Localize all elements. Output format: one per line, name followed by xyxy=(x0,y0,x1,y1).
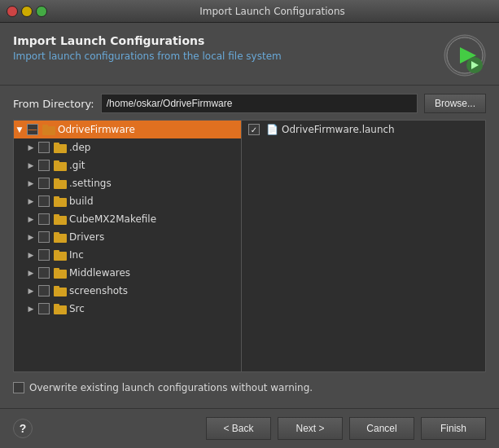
tree-label-odrivefirmware: OdriveFirmware xyxy=(58,124,135,135)
arrow-icon: ▶ xyxy=(25,251,37,259)
svg-rect-25 xyxy=(54,305,67,314)
next-button[interactable]: Next > xyxy=(278,417,343,440)
arrow-icon: ▼ xyxy=(14,125,25,134)
tree-checkbox-middlewares[interactable] xyxy=(38,267,50,279)
folder-icon-middlewares xyxy=(54,267,67,279)
svg-rect-19 xyxy=(54,252,67,261)
tree-item-middlewares[interactable]: ▶ Middlewares xyxy=(14,264,241,282)
tree-checkbox-git[interactable] xyxy=(38,160,50,171)
arrow-icon: ▶ xyxy=(25,179,37,187)
svg-rect-16 xyxy=(54,214,59,217)
folder-icon-git xyxy=(54,160,67,171)
from-dir-label: From Directory: xyxy=(13,98,94,110)
tree-item-inc[interactable]: ▶ Inc xyxy=(14,246,241,264)
overwrite-label: Overwrite existing launch configurations… xyxy=(29,382,313,393)
right-panel[interactable]: ✓ 📄 OdriveFirmware.launch xyxy=(242,121,485,371)
svg-rect-23 xyxy=(54,288,67,296)
svg-rect-21 xyxy=(54,270,67,279)
tree-item-drivers[interactable]: ▶ Drivers xyxy=(14,228,241,246)
svg-rect-20 xyxy=(54,250,59,253)
svg-rect-13 xyxy=(54,198,67,207)
panels-row: ▼ — OdriveFirmware ▶ xyxy=(13,120,486,372)
svg-rect-9 xyxy=(54,162,67,171)
svg-rect-7 xyxy=(54,144,67,153)
right-checkbox-launch[interactable]: ✓ xyxy=(248,124,260,135)
folder-icon-odrivefirmware xyxy=(42,124,55,135)
folder-icon-dep xyxy=(54,142,67,153)
browse-button[interactable]: Browse... xyxy=(424,94,486,113)
header-text-block: Import Launch Configurations Import laun… xyxy=(13,34,444,62)
tree-checkbox-drivers[interactable] xyxy=(38,231,50,243)
window-body: Import Launch Configurations Import laun… xyxy=(0,23,499,448)
folder-icon-drivers xyxy=(54,231,67,243)
svg-rect-26 xyxy=(54,304,59,306)
header-icon xyxy=(444,34,486,77)
tree-checkbox-screenshots[interactable] xyxy=(38,285,50,296)
svg-rect-11 xyxy=(54,180,67,189)
tree-checkbox-odrivefirmware[interactable]: — xyxy=(27,124,38,135)
tree-label-build: build xyxy=(69,195,94,207)
minimize-button[interactable] xyxy=(21,6,33,17)
maximize-button[interactable] xyxy=(36,6,47,17)
overwrite-row: Overwrite existing launch configurations… xyxy=(13,379,486,393)
cancel-button[interactable]: Cancel xyxy=(349,417,414,440)
folder-icon-cubemx xyxy=(54,213,67,225)
tree-label-inc: Inc xyxy=(69,249,84,261)
tree-item-odrivefirmware[interactable]: ▼ — OdriveFirmware xyxy=(14,121,241,138)
tree-label-git: .git xyxy=(69,160,85,171)
arrow-icon: ▶ xyxy=(25,269,37,277)
from-dir-input[interactable] xyxy=(101,94,418,113)
tree-checkbox-dep[interactable] xyxy=(38,142,50,153)
window-controls xyxy=(7,6,47,17)
tree-checkbox-cubemx[interactable] xyxy=(38,213,50,225)
header-area: Import Launch Configurations Import laun… xyxy=(0,23,499,86)
tree-label-dep: .dep xyxy=(69,142,90,153)
tree-item-cubemx[interactable]: ▶ CubeMX2Makefile xyxy=(14,210,241,228)
tree-checkbox-build[interactable] xyxy=(38,195,50,207)
left-panel[interactable]: ▼ — OdriveFirmware ▶ xyxy=(14,121,242,371)
svg-rect-12 xyxy=(54,178,59,181)
svg-rect-5 xyxy=(42,126,55,135)
tree-checkbox-src[interactable] xyxy=(38,303,50,314)
tree-label-src: Src xyxy=(69,303,85,314)
tree-item-build[interactable]: ▶ build xyxy=(14,192,241,210)
tree-checkbox-inc[interactable] xyxy=(38,249,50,261)
folder-icon-settings xyxy=(54,178,67,189)
svg-rect-22 xyxy=(54,268,59,270)
header-subtitle: Import launch configurations from the lo… xyxy=(13,51,444,62)
folder-icon-screenshots xyxy=(54,285,67,296)
svg-rect-15 xyxy=(54,216,67,225)
arrow-icon: ▶ xyxy=(25,161,37,169)
svg-rect-6 xyxy=(42,125,48,127)
folder-icon-build xyxy=(54,195,67,207)
svg-rect-17 xyxy=(54,234,67,243)
svg-rect-14 xyxy=(54,196,59,199)
tree-checkbox-settings[interactable] xyxy=(38,178,50,189)
help-button[interactable]: ? xyxy=(13,419,33,438)
from-dir-row: From Directory: Browse... xyxy=(13,94,486,113)
arrow-icon: ▶ xyxy=(25,305,37,313)
right-item-launch[interactable]: ✓ 📄 OdriveFirmware.launch xyxy=(242,121,485,138)
svg-rect-18 xyxy=(54,232,59,235)
tree-label-screenshots: screenshots xyxy=(69,285,128,296)
folder-icon-inc xyxy=(54,249,67,261)
svg-rect-8 xyxy=(54,143,59,145)
tree-item-git[interactable]: ▶ .git xyxy=(14,156,241,174)
header-title: Import Launch Configurations xyxy=(13,34,444,47)
tree-item-settings[interactable]: ▶ .settings xyxy=(14,174,241,192)
finish-button[interactable]: Finish xyxy=(421,417,486,440)
arrow-icon: ▶ xyxy=(25,143,37,152)
tree-item-dep[interactable]: ▶ .dep xyxy=(14,138,241,156)
arrow-icon: ▶ xyxy=(25,233,37,241)
footer: ? < Back Next > Cancel Finish xyxy=(0,409,499,448)
arrow-icon: ▶ xyxy=(25,215,37,223)
back-button[interactable]: < Back xyxy=(206,417,271,440)
folder-icon-src xyxy=(54,303,67,314)
overwrite-checkbox[interactable] xyxy=(13,382,24,393)
tree-item-src[interactable]: ▶ Src xyxy=(14,300,241,318)
close-button[interactable] xyxy=(7,6,18,17)
tree-label-middlewares: Middlewares xyxy=(69,267,130,279)
content-area: From Directory: Browse... ▼ — OdriveFirm… xyxy=(0,86,499,402)
tree-label-cubemx: CubeMX2Makefile xyxy=(69,213,156,225)
tree-item-screenshots[interactable]: ▶ screenshots xyxy=(14,282,241,300)
